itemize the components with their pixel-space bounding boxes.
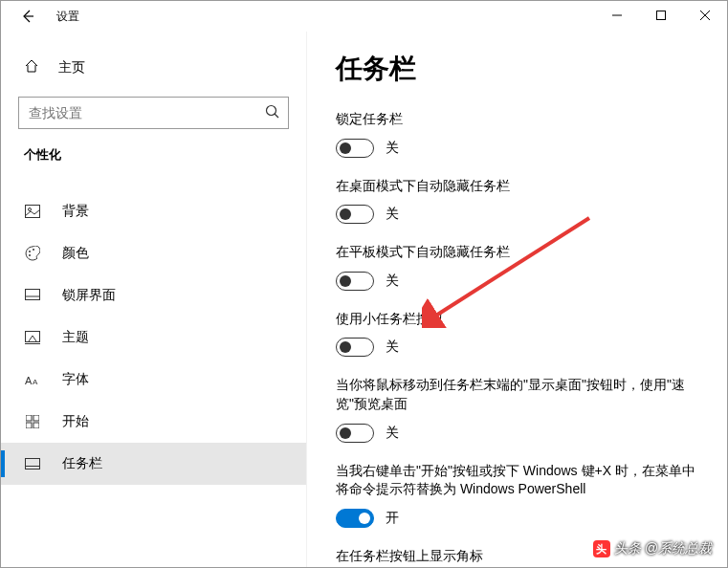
window-title: 设置	[56, 9, 79, 25]
maximize-button[interactable]	[639, 1, 683, 30]
setting-small-buttons: 使用小任务栏按钮 关	[336, 310, 700, 358]
setting-lock-taskbar: 锁定任务栏 关	[336, 110, 700, 158]
svg-point-8	[29, 208, 32, 211]
svg-line-6	[275, 114, 278, 118]
sidebar-item-label: 锁屏界面	[62, 287, 116, 304]
start-icon	[24, 415, 41, 428]
toggle-autohide-tablet[interactable]	[336, 272, 374, 291]
svg-point-9	[29, 251, 31, 252]
maximize-icon	[656, 11, 666, 20]
watermark-logo-icon: 头	[593, 540, 610, 557]
svg-rect-13	[26, 296, 40, 300]
watermark: 头 头条 @系统总裁	[593, 540, 712, 557]
back-arrow-icon	[20, 9, 35, 24]
minimize-icon	[612, 11, 622, 20]
sidebar-item-themes[interactable]: 主题	[1, 317, 306, 359]
close-icon	[700, 11, 710, 20]
sidebar-item-label: 背景	[62, 203, 89, 220]
toggle-state-text: 关	[386, 425, 399, 442]
svg-rect-12	[26, 290, 40, 300]
toggle-powershell[interactable]	[336, 509, 374, 528]
svg-point-10	[33, 249, 34, 251]
font-icon: AA	[24, 373, 41, 386]
watermark-text: 头条 @系统总裁	[614, 540, 712, 557]
toggle-state-text: 开	[386, 510, 399, 527]
toggle-peek-desktop[interactable]	[336, 424, 374, 443]
setting-label: 使用小任务栏按钮	[336, 310, 700, 329]
palette-icon	[24, 246, 41, 261]
setting-peek-desktop: 当你将鼠标移动到任务栏末端的"显示桌面"按钮时，使用"速览"预览桌面 关	[336, 376, 700, 442]
setting-autohide-tablet: 在平板模式下自动隐藏任务栏 关	[336, 243, 700, 291]
sidebar-item-lockscreen[interactable]: 锁屏界面	[1, 274, 306, 317]
sidebar-item-label: 颜色	[62, 245, 89, 262]
setting-label: 在平板模式下自动隐藏任务栏	[336, 243, 700, 262]
sidebar-item-label: 开始	[62, 413, 89, 430]
sidebar-item-label: 任务栏	[62, 455, 102, 472]
sidebar: 主页 个性化 背景 颜色 锁屏界面 主题 AA 字体	[1, 32, 307, 567]
setting-autohide-desktop: 在桌面模式下自动隐藏任务栏 关	[336, 177, 700, 225]
picture-icon	[24, 205, 41, 218]
section-title: 个性化	[1, 146, 306, 164]
sidebar-item-label: 字体	[62, 371, 89, 388]
toggle-small-buttons[interactable]	[336, 338, 374, 357]
svg-rect-18	[26, 415, 32, 421]
svg-text:A: A	[25, 375, 33, 386]
sidebar-item-label: 主题	[62, 329, 89, 346]
toggle-state-text: 关	[386, 140, 399, 157]
sidebar-item-taskbar[interactable]: 任务栏	[1, 443, 306, 485]
minimize-button[interactable]	[595, 1, 639, 30]
toggle-lock-taskbar[interactable]	[336, 139, 374, 158]
sidebar-item-background[interactable]: 背景	[1, 190, 306, 232]
lockscreen-icon	[24, 289, 41, 302]
svg-rect-2	[657, 11, 666, 20]
home-icon	[24, 58, 39, 77]
back-button[interactable]	[14, 3, 41, 30]
setting-label: 当你将鼠标移动到任务栏末端的"显示桌面"按钮时，使用"速览"预览桌面	[336, 376, 700, 413]
setting-powershell: 当我右键单击"开始"按钮或按下 Windows 键+X 时，在菜单中将命令提示符…	[336, 462, 700, 528]
content-area: 任务栏 锁定任务栏 关 在桌面模式下自动隐藏任务栏 关 在平板模式下自动隐藏任务…	[307, 32, 727, 567]
svg-rect-19	[33, 415, 39, 421]
theme-icon	[24, 331, 41, 344]
page-title: 任务栏	[336, 51, 700, 87]
toggle-autohide-desktop[interactable]	[336, 205, 374, 224]
sidebar-item-fonts[interactable]: AA 字体	[1, 359, 306, 401]
close-button[interactable]	[683, 1, 727, 30]
search-icon	[264, 103, 281, 124]
taskbar-icon	[24, 458, 41, 470]
svg-rect-21	[33, 423, 39, 428]
sidebar-item-colors[interactable]: 颜色	[1, 232, 306, 274]
setting-label: 在桌面模式下自动隐藏任务栏	[336, 177, 700, 196]
toggle-state-text: 关	[386, 206, 399, 223]
home-label: 主页	[58, 59, 85, 76]
svg-text:A: A	[33, 378, 38, 386]
toggle-state-text: 关	[386, 339, 399, 356]
svg-point-11	[29, 254, 31, 256]
toggle-state-text: 关	[386, 273, 399, 290]
svg-rect-22	[26, 459, 40, 470]
svg-rect-14	[26, 332, 40, 342]
setting-label: 当我右键单击"开始"按钮或按下 Windows 键+X 时，在菜单中将命令提示符…	[336, 462, 700, 499]
svg-rect-20	[26, 423, 32, 428]
home-link[interactable]: 主页	[1, 53, 306, 83]
setting-label: 锁定任务栏	[336, 110, 700, 129]
sidebar-item-start[interactable]: 开始	[1, 401, 306, 443]
search-input[interactable]	[18, 97, 289, 129]
